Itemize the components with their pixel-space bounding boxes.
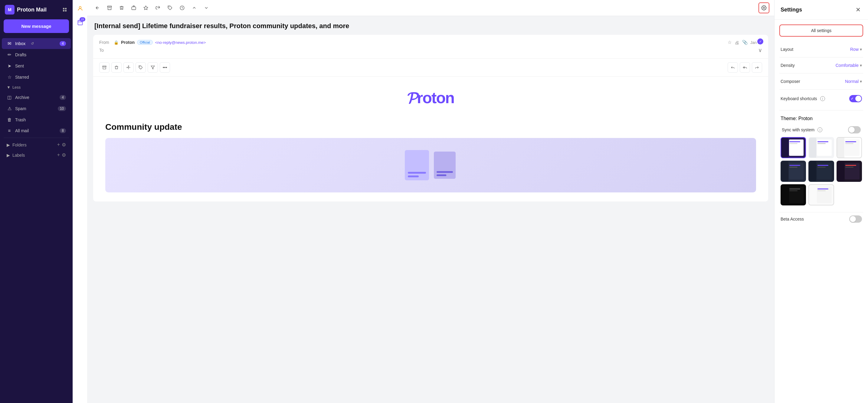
doc-icon-2 bbox=[434, 152, 456, 179]
snooze-button[interactable] bbox=[177, 2, 188, 13]
theme-swatch-snow[interactable] bbox=[837, 137, 862, 158]
beta-toggle[interactable] bbox=[849, 215, 862, 223]
sidebar-item-drafts[interactable]: ✏ Drafts bbox=[2, 49, 71, 60]
sidebar-item-all-mail[interactable]: ≡ All mail 8 bbox=[2, 125, 71, 136]
drafts-label: Drafts bbox=[15, 52, 26, 57]
theme-swatch-proton[interactable] bbox=[781, 137, 806, 158]
email-filter-button[interactable] bbox=[148, 62, 158, 72]
settings-panel: Settings ✕ All settings Layout Row ▾ Den… bbox=[774, 0, 868, 403]
sync-toggle[interactable] bbox=[848, 126, 861, 133]
labels-section[interactable]: ▶ Labels + ⚙ bbox=[2, 150, 71, 160]
move-to-folder-button[interactable] bbox=[128, 2, 139, 13]
theme-swatch-light[interactable] bbox=[808, 137, 834, 158]
add-folder-button[interactable]: + bbox=[57, 142, 60, 148]
folders-label: Folders bbox=[12, 143, 27, 147]
layout-label: Layout bbox=[781, 47, 793, 52]
email-more-button[interactable]: ••• bbox=[160, 62, 170, 72]
starred-icon: ☆ bbox=[7, 74, 12, 80]
sidebar-item-archive[interactable]: ◫ Archive 4 bbox=[2, 92, 71, 103]
keyboard-toggle-thumb bbox=[855, 96, 861, 102]
theme-swatch-dark1[interactable] bbox=[781, 161, 806, 182]
community-section: Community update bbox=[93, 113, 768, 202]
divider-1 bbox=[779, 57, 863, 58]
settings-close-button[interactable]: ✕ bbox=[855, 5, 862, 14]
email-archive-button[interactable] bbox=[99, 62, 110, 72]
email-label-button[interactable] bbox=[135, 62, 146, 72]
sidebar-item-trash[interactable]: 🗑 Trash bbox=[2, 114, 71, 125]
divider-3 bbox=[779, 89, 863, 90]
back-button[interactable] bbox=[92, 2, 103, 13]
folders-actions: + ⚙ bbox=[57, 142, 66, 148]
delete-button[interactable] bbox=[116, 2, 127, 13]
archive-button[interactable] bbox=[104, 2, 115, 13]
settings-main-section: Layout Row ▾ Density Comfortable ▾ Compo… bbox=[775, 41, 868, 110]
archive-label: Archive bbox=[15, 95, 29, 100]
sender-email: <no-reply@news.proton.me> bbox=[155, 40, 206, 45]
from-label: From bbox=[99, 40, 111, 45]
theme-row: Theme: Proton Sync with system i bbox=[779, 113, 863, 207]
keyboard-label: Keyboard shortcuts bbox=[781, 96, 817, 101]
settings-button[interactable] bbox=[758, 2, 769, 13]
calendar-icon-btn[interactable]: 15 bbox=[75, 17, 86, 28]
email-delete-button[interactable] bbox=[111, 62, 122, 72]
doc-line-short bbox=[408, 176, 419, 177]
keyboard-label-area: Keyboard shortcuts i bbox=[781, 96, 825, 101]
theme-swatch-black[interactable] bbox=[781, 184, 806, 206]
divider-2 bbox=[779, 73, 863, 73]
email-move-button[interactable] bbox=[123, 62, 134, 72]
print-icon[interactable]: 🖨 bbox=[735, 40, 739, 45]
density-chevron-icon: ▾ bbox=[860, 63, 862, 68]
composer-value-dropdown[interactable]: Normal ▾ bbox=[845, 79, 862, 84]
reply-button[interactable] bbox=[727, 62, 738, 72]
new-message-button[interactable]: New message bbox=[4, 19, 69, 33]
star-icon[interactable]: ☆ bbox=[727, 40, 732, 45]
sidebar-item-spam[interactable]: ⚠ Spam 10 bbox=[2, 103, 71, 114]
less-label: Less bbox=[12, 85, 21, 90]
all-settings-button[interactable]: All settings bbox=[779, 25, 863, 37]
attachment-icon: 📎 bbox=[742, 40, 748, 45]
label-button[interactable] bbox=[164, 2, 176, 13]
doc-line-2 bbox=[437, 171, 453, 173]
sync-info-icon[interactable]: i bbox=[817, 127, 822, 132]
apps-grid-icon[interactable] bbox=[62, 7, 68, 13]
layout-value-dropdown[interactable]: Row ▾ bbox=[850, 47, 862, 52]
community-title: Community update bbox=[105, 122, 756, 132]
sidebar-item-sent[interactable]: ➤ Sent bbox=[2, 61, 71, 71]
composer-chevron-icon: ▾ bbox=[860, 79, 862, 84]
svg-rect-8 bbox=[102, 66, 106, 67]
composer-label: Composer bbox=[781, 79, 800, 84]
keyboard-info-icon[interactable]: i bbox=[820, 96, 825, 101]
less-toggle[interactable]: ▼ Less bbox=[2, 83, 71, 92]
beta-label: Beta Access bbox=[781, 217, 804, 221]
folder-settings-icon[interactable]: ⚙ bbox=[62, 142, 66, 148]
folders-section[interactable]: ▶ Folders + ⚙ bbox=[2, 140, 71, 150]
right-sidebar-icons: 15 bbox=[72, 0, 87, 403]
proton-roton-text: roton bbox=[417, 89, 454, 106]
inbox-icon: ✉ bbox=[7, 41, 12, 46]
label-settings-icon[interactable]: ⚙ bbox=[62, 152, 66, 158]
forward-email-button[interactable] bbox=[752, 62, 762, 72]
add-label-button[interactable]: + bbox=[57, 152, 60, 158]
keyboard-toggle[interactable] bbox=[849, 95, 862, 102]
email-subject: [Internal send] Lifetime fundraiser resu… bbox=[93, 22, 768, 30]
forward-button[interactable] bbox=[153, 2, 163, 13]
theme-swatch-minimal[interactable] bbox=[808, 184, 834, 206]
contact-icon-btn[interactable] bbox=[75, 3, 86, 14]
doc-line-short-2 bbox=[437, 175, 446, 176]
sidebar-item-starred[interactable]: ☆ Starred bbox=[2, 72, 71, 83]
email-view: [Internal send] Lifetime fundraiser resu… bbox=[87, 16, 774, 403]
theme-name-value: Proton bbox=[798, 116, 813, 121]
expand-recipients-button[interactable]: ∨ bbox=[758, 47, 762, 54]
density-value-dropdown[interactable]: Comfortable ▾ bbox=[836, 63, 862, 68]
prev-email-button[interactable] bbox=[189, 2, 200, 13]
drafts-icon: ✏ bbox=[7, 52, 12, 58]
all-mail-badge: 8 bbox=[60, 128, 66, 133]
theme-swatch-dark3[interactable] bbox=[837, 161, 862, 182]
theme-swatch-dark2[interactable] bbox=[808, 161, 834, 182]
sidebar-item-inbox[interactable]: ✉ Inbox ↺ 4 bbox=[2, 38, 71, 49]
inbox-refresh-icon[interactable]: ↺ bbox=[30, 41, 35, 46]
next-email-button[interactable] bbox=[201, 2, 212, 13]
spam-icon: ⚠ bbox=[7, 106, 12, 111]
reply-all-button[interactable] bbox=[740, 62, 750, 72]
spam-button[interactable] bbox=[141, 2, 151, 13]
